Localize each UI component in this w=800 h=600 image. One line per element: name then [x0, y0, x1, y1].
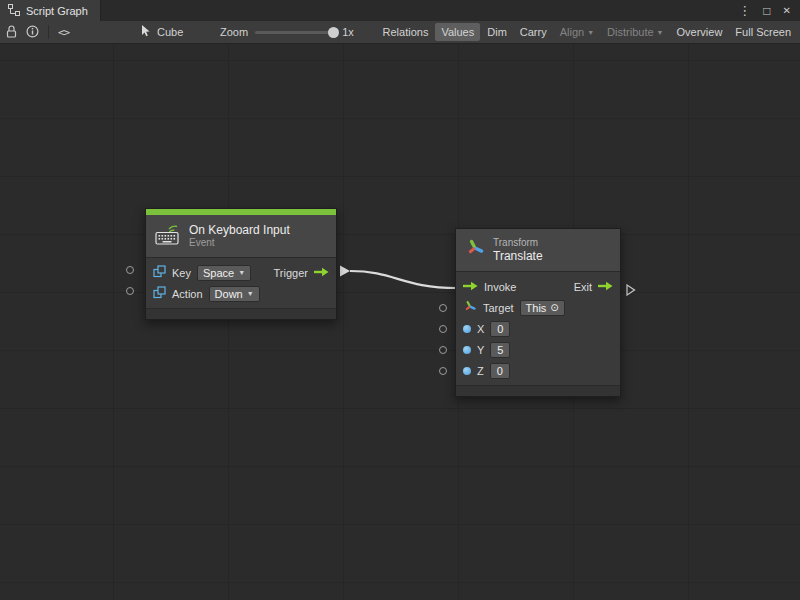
wire-arrow-icon: [340, 266, 350, 277]
x-value-field[interactable]: 0: [490, 321, 510, 337]
y-row: Y 5: [456, 339, 620, 360]
connection-wire-layer: [0, 44, 800, 600]
carry-button[interactable]: Carry: [514, 23, 553, 41]
dim-button[interactable]: Dim: [481, 23, 513, 41]
z-label: Z: [477, 365, 484, 377]
value-port-icon: [153, 265, 166, 280]
node-header[interactable]: On Keyboard Input Event: [146, 215, 336, 258]
key-row: Key Space ▼ Trigger: [146, 262, 336, 283]
graph-target-label[interactable]: Cube: [157, 26, 183, 38]
target-row: Target This ⊙: [456, 297, 620, 318]
x-label: X: [477, 323, 484, 335]
overview-button[interactable]: Overview: [671, 23, 729, 41]
trigger-port-icon[interactable]: [314, 267, 329, 279]
node-footer: [456, 385, 620, 396]
zoom-label: Zoom: [220, 26, 248, 38]
dropdown-arrow-icon: ▼: [247, 290, 254, 297]
action-label: Action: [172, 288, 203, 300]
port-y-input[interactable]: [439, 346, 447, 354]
port-action-input[interactable]: [126, 287, 134, 295]
transform-mini-icon: [463, 299, 477, 316]
exit-port-icon[interactable]: [598, 281, 613, 293]
node-on-keyboard-input[interactable]: On Keyboard Input Event Key Space ▼ Tri: [145, 208, 337, 320]
graph-canvas[interactable]: On Keyboard Input Event Key Space ▼ Tri: [0, 44, 800, 600]
window-menu-button[interactable]: ⋮: [738, 4, 751, 17]
port-exit-triangle[interactable]: [626, 282, 636, 300]
align-button[interactable]: Align ▼: [554, 23, 600, 41]
tab-title: Script Graph: [26, 5, 88, 17]
target-label: Target: [483, 302, 514, 314]
trigger-label: Trigger: [274, 267, 308, 279]
values-button[interactable]: Values: [435, 23, 480, 41]
port-target-input[interactable]: [439, 304, 447, 312]
maximize-button[interactable]: □: [763, 5, 770, 17]
transform-icon: [465, 237, 485, 263]
code-view-button[interactable]: <>: [58, 26, 69, 39]
port-key-input[interactable]: [126, 266, 134, 274]
port-x-input[interactable]: [439, 325, 447, 333]
value-port-dot[interactable]: [463, 325, 471, 333]
y-label: Y: [477, 344, 484, 356]
distribute-button[interactable]: Distribute ▼: [601, 23, 669, 41]
zoom-slider-handle[interactable]: [328, 27, 339, 38]
node-subtitle: Event: [189, 237, 290, 249]
full-screen-button[interactable]: Full Screen: [729, 23, 797, 41]
target-value-chip[interactable]: This ⊙: [520, 300, 565, 316]
node-title: Translate: [493, 249, 543, 263]
invoke-port-icon[interactable]: [463, 281, 478, 293]
value-port-dot[interactable]: [463, 346, 471, 354]
info-icon[interactable]: [26, 25, 39, 40]
title-bar: Script Graph ⋮ □ ✕: [0, 0, 800, 21]
port-z-input[interactable]: [439, 367, 447, 375]
y-value-field[interactable]: 5: [490, 342, 510, 358]
node-translate[interactable]: Transform Translate Invoke Exit: [455, 228, 621, 397]
dropdown-arrow-icon: ▼: [587, 29, 594, 36]
tab-script-graph[interactable]: Script Graph: [0, 0, 101, 21]
invoke-exit-row: Invoke Exit: [456, 276, 620, 297]
target-scope-icon: ⊙: [550, 302, 558, 313]
keyboard-icon: [155, 224, 181, 249]
value-port-icon: [153, 286, 166, 301]
z-value-field[interactable]: 0: [490, 363, 510, 379]
graph-toolbar: <> Cube Zoom 1x Relations Values Dim Car…: [0, 21, 800, 44]
node-category: Transform: [493, 237, 543, 249]
action-row: Action Down ▼: [146, 283, 336, 304]
value-port-dot[interactable]: [463, 367, 471, 375]
connection-wire[interactable]: [350, 271, 457, 288]
invoke-label: Invoke: [484, 281, 516, 293]
relations-button[interactable]: Relations: [377, 23, 435, 41]
exit-label: Exit: [574, 281, 592, 293]
z-row: Z 0: [456, 360, 620, 381]
key-dropdown[interactable]: Space ▼: [197, 265, 251, 281]
key-label: Key: [172, 267, 191, 279]
toolbar-separator: [48, 25, 49, 39]
zoom-slider[interactable]: [255, 31, 335, 34]
lock-icon[interactable]: [6, 25, 17, 40]
zoom-value: 1x: [342, 26, 354, 38]
node-footer: [146, 308, 336, 319]
close-button[interactable]: ✕: [783, 6, 791, 16]
node-header[interactable]: Transform Translate: [456, 229, 620, 272]
action-dropdown[interactable]: Down ▼: [209, 286, 260, 302]
script-graph-icon: [8, 4, 20, 18]
dropdown-arrow-icon: ▼: [238, 269, 245, 276]
dropdown-arrow-icon: ▼: [657, 29, 664, 36]
node-title: On Keyboard Input: [189, 223, 290, 237]
x-row: X 0: [456, 318, 620, 339]
cursor-icon: [141, 25, 151, 39]
